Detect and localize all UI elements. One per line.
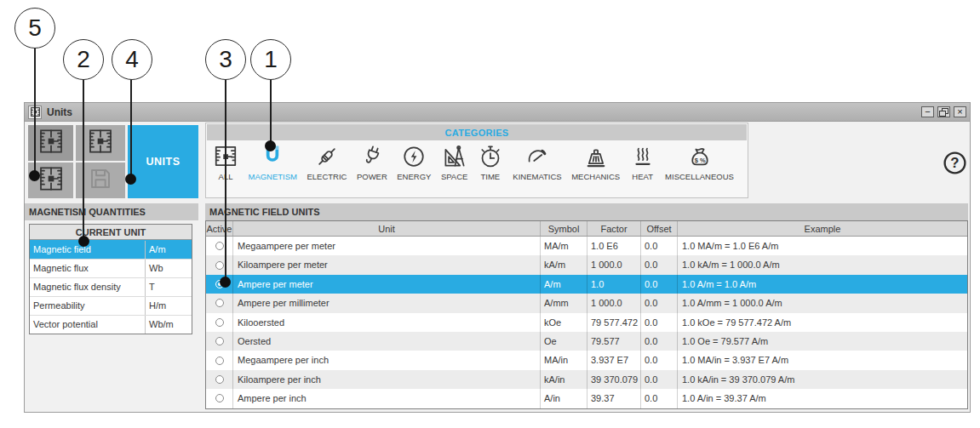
unit-name-cell: Ampere per millimeter	[232, 294, 540, 312]
example-cell: 1.0 A/in = 39.37 A/m	[677, 389, 967, 408]
quantity-name: Permeability	[30, 297, 145, 315]
units-table-column-headers: Active Unit Symbol Factor Offset Example	[206, 221, 967, 237]
category-mechanics[interactable]: MECHANICS	[571, 142, 620, 181]
unit-row[interactable]: Kilooersted kOe 79 577.472 0.0 1.0 kOe =…	[206, 313, 967, 332]
category-heat[interactable]: HEAT	[630, 142, 656, 181]
category-label: SPACE	[441, 172, 468, 181]
quantity-row[interactable]: Permeability H/m	[30, 296, 192, 315]
category-energy[interactable]: ENERGY	[397, 142, 431, 181]
unit-row[interactable]: Ampere per millimeter A/mm 1 000.0 0.0 1…	[206, 294, 967, 312]
ruler-units-icon	[37, 128, 66, 158]
quantity-unit: A/m	[145, 241, 192, 259]
callout-dot-4	[125, 174, 136, 185]
callout-line-1	[270, 79, 272, 146]
column-header-unit: Unit	[232, 221, 540, 236]
example-cell: 1.0 A/m = 1.0 A/m	[677, 275, 967, 294]
example-cell: 1.0 MA/m = 1.0 E6 A/m	[677, 237, 967, 255]
category-label: MECHANICS	[571, 172, 620, 181]
category-electric[interactable]: ELECTRIC	[307, 142, 347, 181]
column-header-active: Active	[206, 221, 232, 236]
symbol-cell: MA/m	[540, 237, 587, 255]
offset-cell: 0.0	[640, 237, 677, 255]
callout-line-2	[83, 79, 84, 241]
callout-line-4	[130, 79, 132, 179]
active-radio-button[interactable]	[215, 299, 224, 307]
active-cell	[206, 237, 232, 255]
active-cell	[206, 255, 232, 274]
callout-2: 2	[63, 39, 104, 80]
column-header-symbol: Symbol	[540, 221, 587, 236]
callout-dot-1	[265, 140, 276, 151]
active-radio-button[interactable]	[215, 242, 224, 250]
active-cell	[206, 294, 232, 312]
offset-cell: 0.0	[640, 332, 677, 351]
svg-text:?: ?	[950, 155, 959, 171]
symbol-cell: A/in	[540, 389, 587, 408]
example-cell: 1.0 kA/m = 1 000.0 A/m	[677, 255, 967, 274]
active-radio-button[interactable]	[215, 357, 224, 365]
quantity-unit: Wb	[145, 260, 192, 277]
minimize-button[interactable]: −	[921, 106, 934, 117]
unit-name-cell: Megaampere per meter	[232, 237, 540, 255]
example-cell: 1.0 kOe = 79 577.472 A/m	[677, 313, 967, 332]
category-label: HEAT	[632, 172, 653, 181]
titlebar[interactable]: Units − ×	[25, 103, 970, 122]
unit-name-cell: Kiloampere per meter	[232, 255, 540, 274]
active-radio-button[interactable]	[215, 394, 224, 402]
active-radio-button[interactable]	[215, 375, 224, 384]
page: Units − × UNITS CATEGORIES ALL	[0, 0, 980, 428]
quantity-row[interactable]: Magnetic field A/m	[30, 240, 192, 259]
help-icon: ?	[942, 150, 968, 180]
quantity-name: Vector potential	[30, 316, 145, 334]
offset-cell: 0.0	[640, 255, 677, 274]
factor-cell: 1 000.0	[587, 255, 640, 274]
unit-row[interactable]: Kiloampere per meter kA/m 1 000.0 0.0 1.…	[206, 255, 967, 274]
window-controls: − ×	[921, 106, 966, 117]
window-title: Units	[47, 106, 72, 118]
callout-3: 3	[205, 39, 246, 80]
unit-row[interactable]: Ampere per inch A/in 39.37 0.0 1.0 A/in …	[206, 389, 967, 408]
quantity-unit: H/m	[145, 297, 192, 315]
unit-name-cell: Ampere per meter	[232, 275, 540, 294]
current-unit-table-header: CURRENT UNIT	[30, 225, 192, 240]
offset-cell: 0.0	[640, 313, 677, 332]
quantity-name: Magnetic flux	[30, 260, 145, 277]
symbol-cell: MA/in	[540, 351, 587, 369]
category-power[interactable]: POWER	[357, 142, 387, 181]
category-miscellaneous[interactable]: $ % MISCELLANEOUS	[665, 142, 734, 181]
unit-name-cell: Megaampere per inch	[232, 351, 540, 369]
factor-cell: 1 000.0	[587, 294, 640, 312]
category-time[interactable]: TIME	[478, 142, 503, 181]
factor-cell: 39.37	[587, 389, 640, 408]
unit-row[interactable]: Kiloampere per inch kA/in 39 370.079 0.0…	[206, 370, 967, 389]
factor-cell: 79 577.472	[587, 313, 640, 332]
quantity-name: Magnetic flux density	[30, 278, 145, 296]
active-radio-button[interactable]	[215, 318, 224, 327]
close-button[interactable]: ×	[954, 106, 966, 117]
quantity-unit: T	[145, 278, 192, 296]
unit-row[interactable]: Ampere per meter A/m 1.0 0.0 1.0 A/m = 1…	[206, 275, 967, 294]
help-button[interactable]: ?	[941, 151, 968, 178]
restore-button[interactable]	[937, 106, 950, 117]
tab-units[interactable]: UNITS	[128, 125, 198, 198]
category-icon	[442, 142, 467, 171]
symbol-cell: kOe	[540, 313, 587, 332]
active-radio-button[interactable]	[215, 337, 224, 345]
category-space[interactable]: SPACE	[441, 142, 468, 181]
active-radio-button[interactable]	[215, 261, 224, 270]
category-icon	[478, 142, 503, 171]
unit-row[interactable]: Megaampere per inch MA/in 3.937 E7 0.0 1…	[206, 351, 967, 369]
save-icon	[88, 166, 113, 195]
column-header-factor: Factor	[587, 221, 640, 236]
example-cell: 1.0 kA/in = 39 370.079 A/m	[677, 370, 967, 389]
unit-row[interactable]: Oersted Oe 79.577 0.0 1.0 Oe = 79.577 A/…	[206, 332, 967, 351]
quantity-row[interactable]: Vector potential Wb/m	[30, 315, 192, 334]
category-kinematics[interactable]: KINEMATICS	[513, 142, 561, 181]
unit-row[interactable]: Megaampere per meter MA/m 1.0 E6 0.0 1.0…	[206, 237, 967, 255]
ruler-units-icon	[37, 165, 66, 196]
quantity-row[interactable]: Magnetic flux density T	[30, 277, 192, 296]
factor-cell: 1.0	[587, 275, 640, 294]
active-cell	[206, 332, 232, 351]
callout-line-5	[34, 48, 36, 176]
quantity-row[interactable]: Magnetic flux Wb	[30, 259, 192, 277]
